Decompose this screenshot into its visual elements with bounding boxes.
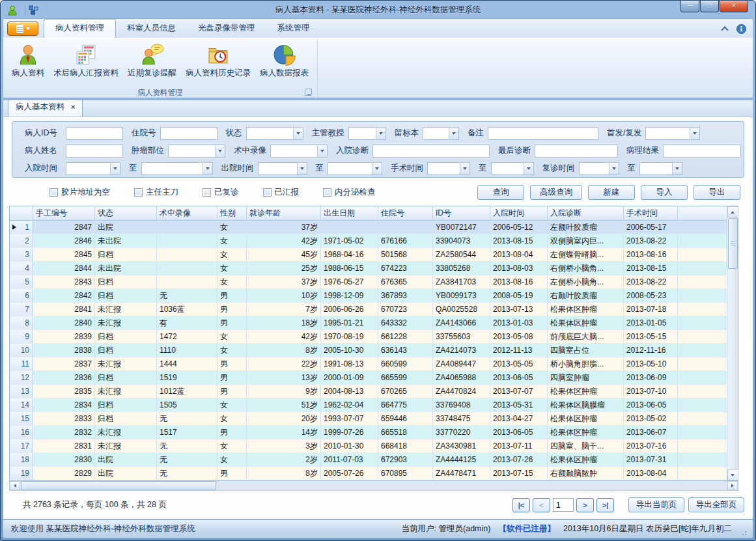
export-button[interactable]: 导出 bbox=[693, 185, 740, 200]
followup-date-from-select[interactable] bbox=[579, 162, 619, 175]
checkbox-film-address-empty[interactable]: 胶片地址为空 bbox=[49, 187, 110, 198]
row-header-19[interactable]: 19 bbox=[10, 467, 33, 480]
ribbon-button-postop-report-data[interactable]: 术后病人汇报资料 bbox=[49, 41, 123, 80]
film-address-empty-box[interactable] bbox=[49, 188, 58, 197]
specimen-kept-select[interactable] bbox=[423, 127, 459, 140]
discharge-date-to-dropdown-button[interactable] bbox=[372, 163, 382, 174]
dialog-launcher-icon[interactable] bbox=[305, 89, 312, 96]
row-header-12[interactable]: 12 bbox=[10, 371, 33, 384]
admit-date-from-dropdown-button[interactable] bbox=[110, 163, 120, 174]
table-row-1[interactable]: 12847出院女37岁YB00721472006-05-12左额叶胶质瘤2006… bbox=[10, 221, 727, 234]
followed-up-box[interactable] bbox=[203, 188, 211, 197]
checkbox-endocrine-exam[interactable]: 内分泌检查 bbox=[323, 187, 376, 198]
row-header-8[interactable]: 8 bbox=[10, 316, 33, 329]
table-row-10[interactable]: 102838归档1110女8岁2005-10-30636143ZA4214073… bbox=[10, 344, 727, 357]
row-header-1[interactable]: 1 bbox=[10, 221, 33, 234]
chief-professor-dropdown-button[interactable] bbox=[376, 128, 385, 139]
status-select[interactable] bbox=[246, 127, 303, 140]
column-header-admission-no[interactable]: 住院号 bbox=[378, 206, 433, 221]
table-row-17[interactable]: 172831未汇报无女3岁2010-01-30668418ZA343098120… bbox=[10, 439, 727, 453]
table-row-16[interactable]: 162832未汇报1517男14岁1999-07-266655183377022… bbox=[10, 426, 727, 439]
row-header-9[interactable]: 9 bbox=[10, 330, 33, 343]
checkbox-director-surgeon[interactable]: 主任主刀 bbox=[134, 187, 178, 198]
tab-close-icon[interactable]: × bbox=[71, 104, 75, 111]
admit-date-to-select[interactable] bbox=[141, 162, 213, 175]
last-page-button[interactable]: >| bbox=[596, 498, 614, 512]
chief-professor-select[interactable] bbox=[348, 127, 386, 140]
specimen-kept-dropdown-button[interactable] bbox=[449, 128, 458, 139]
reported-box[interactable] bbox=[263, 188, 272, 197]
export-all-pages-button[interactable]: 导出全部页 bbox=[688, 497, 744, 512]
first-or-recurrent-select[interactable] bbox=[645, 127, 700, 140]
column-header-intraop-video[interactable]: 术中录像 bbox=[157, 206, 217, 221]
row-header-5[interactable]: 5 bbox=[10, 275, 33, 288]
final-diagnosis-input[interactable] bbox=[535, 145, 618, 158]
horizontal-scrollbar-track[interactable] bbox=[217, 481, 727, 490]
advanced-query-button[interactable]: 高级查询 bbox=[530, 185, 582, 200]
next-page-button[interactable]: > bbox=[576, 498, 594, 512]
info-icon[interactable] bbox=[736, 24, 746, 34]
table-row-13[interactable]: 132835未汇报1012蓝男9岁2004-08-13670265ZA44708… bbox=[10, 385, 727, 398]
surgery-date-from-dropdown-button[interactable] bbox=[460, 163, 469, 174]
vertical-scrollbar[interactable] bbox=[727, 206, 738, 480]
column-header-admit-date[interactable]: 入院时间 bbox=[490, 206, 548, 221]
column-header-status[interactable]: 状态 bbox=[95, 206, 157, 221]
table-row-11[interactable]: 112837未汇报1444男22岁1991-08-13660599ZA40894… bbox=[10, 357, 727, 371]
admit-date-from-select[interactable] bbox=[66, 162, 120, 175]
intraop-video-dropdown-button[interactable] bbox=[317, 145, 327, 157]
column-header-birth-date[interactable]: 出生日期 bbox=[321, 206, 378, 221]
row-header-3[interactable]: 3 bbox=[10, 248, 33, 261]
row-header-4[interactable]: 4 bbox=[10, 262, 33, 275]
row-header-17[interactable]: 17 bbox=[10, 439, 33, 452]
patient-id-input[interactable] bbox=[66, 127, 123, 140]
ribbon-button-patient-data[interactable]: 病人资料 bbox=[7, 41, 49, 80]
followup-date-to-dropdown-button[interactable] bbox=[672, 163, 682, 174]
remarks-input[interactable] bbox=[488, 127, 598, 140]
maximize-button[interactable]: □ bbox=[700, 1, 719, 12]
surgery-date-to-select[interactable] bbox=[491, 162, 534, 175]
patient-name-input[interactable] bbox=[66, 145, 123, 158]
followup-date-from-dropdown-button[interactable] bbox=[609, 163, 619, 174]
horizontal-scrollbar-thumb[interactable] bbox=[21, 481, 216, 490]
table-row-14[interactable]: 142834归档1505女51岁1962-02-0466477533769408… bbox=[10, 398, 727, 412]
close-button[interactable]: × bbox=[720, 1, 748, 12]
column-header-admit-diagnosis[interactable]: 入院诊断 bbox=[548, 206, 624, 221]
row-header-7[interactable]: 7 bbox=[10, 303, 33, 316]
ribbon-button-recent-followup-reminder[interactable]: 近期复诊提醒 bbox=[123, 41, 181, 80]
table-row-19[interactable]: 192829出院无男8岁2005-07-26670895ZA4478471201… bbox=[10, 467, 727, 480]
ribbon-tab-patient-data-management[interactable]: 病人资料管理 bbox=[44, 19, 116, 38]
import-button[interactable]: 导入 bbox=[641, 185, 688, 200]
row-header-14[interactable]: 14 bbox=[10, 398, 33, 411]
horizontal-scrollbar[interactable] bbox=[9, 481, 738, 491]
table-row-2[interactable]: 22846未出院女42岁1971-05-02676166339040732013… bbox=[10, 234, 727, 248]
column-header-surgery-date[interactable]: 手术时间 bbox=[624, 206, 678, 221]
intraop-video-select[interactable] bbox=[270, 145, 328, 158]
resize-grip[interactable] bbox=[740, 526, 746, 533]
ribbon-tab-disc-tape-management[interactable]: 光盘录像带管理 bbox=[187, 20, 266, 38]
new-button[interactable]: 新建 bbox=[588, 185, 635, 200]
discharge-date-from-select[interactable] bbox=[258, 162, 307, 175]
surgery-date-from-select[interactable] bbox=[427, 162, 470, 175]
column-header-gender[interactable]: 性别 bbox=[217, 206, 247, 221]
column-header-manual-no[interactable]: 手工编号 bbox=[33, 206, 95, 221]
column-header-id-no[interactable]: ID号 bbox=[433, 206, 490, 221]
row-header-15[interactable]: 15 bbox=[10, 412, 33, 425]
row-header-6[interactable]: 6 bbox=[10, 289, 33, 302]
table-row-15[interactable]: 152833归档无女20岁1993-07-0765944633748475201… bbox=[10, 412, 727, 426]
discharge-date-from-dropdown-button[interactable] bbox=[297, 163, 307, 174]
table-row-4[interactable]: 42844未出院女25岁1988-06-15674223338052682013… bbox=[10, 262, 727, 275]
endocrine-exam-box[interactable] bbox=[323, 188, 331, 197]
tumor-site-dropdown-button[interactable] bbox=[215, 145, 225, 157]
table-row-7[interactable]: 72841未汇报1036蓝男7岁2006-06-26670723QA002552… bbox=[10, 303, 727, 316]
app-menu-button[interactable] bbox=[7, 21, 38, 36]
table-row-6[interactable]: 62842归档无男10岁1998-12-09367893YB0099173200… bbox=[10, 289, 727, 303]
first-page-button[interactable]: |< bbox=[512, 498, 530, 512]
query-button[interactable]: 查询 bbox=[477, 185, 524, 200]
discharge-date-to-select[interactable] bbox=[328, 162, 382, 175]
vertical-scrollbar-thumb[interactable] bbox=[728, 218, 738, 269]
table-row-18[interactable]: 182830出院无女2岁2011-07-03672903ZA4444125201… bbox=[10, 453, 727, 467]
surgery-date-to-dropdown-button[interactable] bbox=[524, 163, 533, 174]
status-dropdown-button[interactable] bbox=[293, 128, 303, 139]
tumor-site-select[interactable] bbox=[168, 145, 225, 158]
row-header-2[interactable]: 2 bbox=[10, 234, 33, 247]
